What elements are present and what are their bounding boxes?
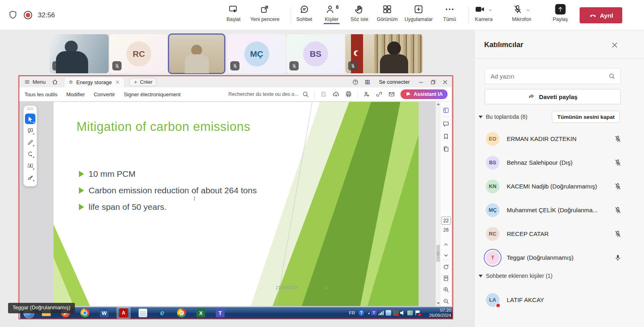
participant-row-EO[interactable]: EO ERMAN KADIR OZTEKIN (475, 127, 644, 151)
current-page-box[interactable]: 22 (441, 217, 451, 225)
section-in-meeting[interactable]: Bu toplantıda (6) (479, 114, 528, 120)
toolbar-new-window-button[interactable]: Yeni pencere (250, 4, 280, 22)
taskbar-teams-icon[interactable]: T (213, 307, 227, 319)
video-tile[interactable] (345, 34, 423, 73)
participant-row-T[interactable]: T Teggar (Doğrulanmamış) (475, 246, 644, 269)
close-panel-icon[interactable] (611, 41, 618, 49)
mute-all-button[interactable]: Tümünün sesini kapat (552, 111, 620, 123)
tray-volume-icon[interactable] (399, 310, 406, 316)
tool-highlight[interactable] (25, 137, 35, 147)
print-icon[interactable] (345, 91, 352, 98)
taskbar-acrobat-icon[interactable]: A (117, 307, 130, 319)
video-tile-BS[interactable]: BS (287, 34, 345, 73)
close-window-icon[interactable] (442, 79, 448, 85)
toolbar-raise-hand-button[interactable]: Söz iste (351, 4, 368, 22)
close-tab-icon[interactable] (115, 79, 120, 85)
participant-row-MÇ[interactable]: MÇ Muhammet ÇELİK (Doğrulanma... (475, 198, 644, 222)
minimize-icon[interactable] (418, 79, 424, 85)
app-grid-icon[interactable] (364, 79, 371, 85)
ai-assistant-button[interactable]: Assistant IA (400, 89, 448, 99)
participant-row-LA[interactable]: LA LATIF AKCAY (475, 288, 644, 312)
leave-button[interactable]: Ayrıl (580, 7, 622, 23)
participant-row-KN[interactable]: KN KACEMI Nadjib (Doğrulanmamış) (475, 174, 644, 198)
save-icon[interactable] (320, 91, 327, 98)
acrobat-menu-button[interactable]: Menu (24, 79, 46, 85)
tool-draw[interactable] (25, 149, 35, 159)
vertical-scrollbar[interactable] (436, 101, 440, 306)
tray-signal-icon[interactable] (378, 310, 384, 316)
tool-select[interactable] (25, 114, 35, 124)
tray-settings-icon[interactable] (385, 310, 392, 316)
toolbar-camera-button[interactable]: Kamera (475, 4, 493, 22)
scroll-down-arrow[interactable] (437, 302, 440, 304)
participant-search-input[interactable] (490, 72, 608, 80)
tray-fr-icon[interactable]: FR (349, 310, 355, 316)
video-tile-MÇ[interactable]: MÇ (227, 34, 286, 73)
rail-copy-button[interactable] (442, 145, 450, 153)
home-icon[interactable] (52, 79, 58, 85)
muted-mic-icon[interactable] (614, 135, 622, 143)
restore-icon[interactable] (430, 79, 436, 85)
tray-display-icon[interactable] (407, 310, 413, 316)
taskbar-chrome-icon[interactable] (78, 307, 92, 319)
toolbar-apps-button[interactable]: Uygulamalar (405, 4, 433, 22)
taskbar-word-icon[interactable]: W (97, 307, 111, 319)
taskbar-ie-icon[interactable]: e (155, 307, 169, 319)
share-invite-button[interactable]: Daveti paylaş (485, 89, 621, 104)
rail-comment-bubble-button[interactable] (442, 120, 450, 128)
rail-fit-page-button[interactable] (442, 275, 450, 282)
pdf-menu-0[interactable]: Tous les outils (25, 91, 58, 97)
rail-chevron-up-button[interactable] (442, 241, 450, 248)
participant-search[interactable] (485, 68, 621, 84)
rail-refresh-button[interactable] (442, 263, 450, 271)
muted-mic-icon[interactable] (614, 230, 622, 238)
toolbar-mic-button[interactable]: Mikrofon (512, 4, 531, 22)
pdf-menu-3[interactable]: Signer électroniquement (124, 91, 181, 97)
rail-bookmark-button[interactable] (442, 133, 450, 140)
help-icon[interactable] (352, 79, 359, 85)
rail-zoom-in-button[interactable] (442, 286, 450, 293)
tool-fill-sign[interactable] (25, 172, 35, 182)
toolbar-chat-button[interactable]: Sohbet (296, 4, 312, 22)
tool-text-select[interactable] (25, 160, 35, 171)
tray-teams-icon[interactable]: T (371, 310, 377, 315)
video-tile[interactable] (169, 34, 225, 73)
pdf-menu-1[interactable]: Modifier (66, 91, 85, 97)
video-tile-RC[interactable]: RC (109, 34, 168, 73)
muted-mic-icon[interactable] (614, 159, 622, 167)
tray-flag-icon[interactable] (414, 310, 421, 316)
toolbar-people-button[interactable]: 6 Kişiler (324, 4, 340, 24)
link-icon[interactable] (376, 91, 383, 98)
muted-mic-icon[interactable] (614, 182, 622, 190)
scroll-up-arrow[interactable] (437, 103, 440, 105)
active-mic-icon[interactable] (614, 254, 622, 262)
tray-help-icon[interactable]: ? (358, 310, 364, 316)
scrollbar-thumb[interactable] (436, 245, 440, 262)
taskbar-chrome2-icon[interactable] (175, 307, 188, 319)
toolbar-share-button[interactable]: Paylaş (553, 4, 568, 22)
toolbar-more-button[interactable]: Tümü (443, 4, 456, 22)
upload-cloud-icon[interactable] (332, 91, 340, 98)
rail-zoom-out-button[interactable] (442, 298, 450, 305)
document-tab[interactable]: Energy storage (64, 77, 124, 87)
pdf-search-button[interactable]: Rechercher du texte ou des o... (228, 91, 309, 98)
participant-row-RC[interactable]: RC RECEP CATAR (475, 222, 644, 246)
create-button[interactable]: Créer (129, 78, 157, 86)
tray-security-icon[interactable] (392, 310, 399, 316)
section-chat-added[interactable]: Sohbete eklenen kişiler (1) (479, 273, 553, 279)
email-icon[interactable] (388, 91, 395, 98)
taskbar-excel-icon[interactable]: X (194, 307, 208, 319)
palette-drag-handle[interactable] (27, 109, 33, 110)
toolbar-view-button[interactable]: Görünüm (377, 4, 398, 22)
video-tile[interactable] (50, 34, 109, 73)
muted-mic-icon[interactable] (614, 206, 622, 214)
add-person-icon[interactable] (363, 91, 370, 98)
participant-row-BS[interactable]: BS Behnaz Salehipour (Dış) (475, 151, 644, 174)
sign-in-button[interactable]: Se connecter (379, 79, 410, 85)
toolbar-start-button[interactable]: Başlat (227, 4, 241, 22)
taskbar-clock[interactable]: 07:20 26/09/2024 (429, 308, 451, 318)
taskbar-notepad-icon[interactable] (136, 307, 150, 319)
rail-chevron-down-button[interactable] (442, 252, 450, 259)
pdf-menu-2[interactable]: Convertir (94, 91, 115, 97)
tool-comment[interactable] (25, 125, 35, 136)
